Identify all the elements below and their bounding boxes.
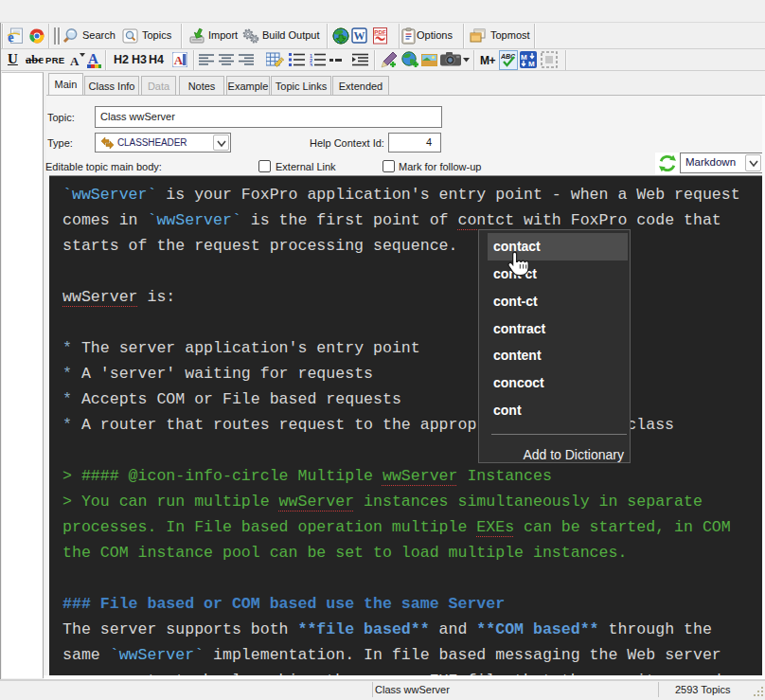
svg-text:e: e <box>8 29 14 45</box>
svg-text:M: M <box>521 53 527 62</box>
svg-text:3: 3 <box>310 63 312 67</box>
svg-text:PDF: PDF <box>374 28 386 35</box>
svg-text:A: A <box>174 53 184 67</box>
svg-text:W: W <box>354 29 365 43</box>
svg-text:M: M <box>528 60 535 68</box>
